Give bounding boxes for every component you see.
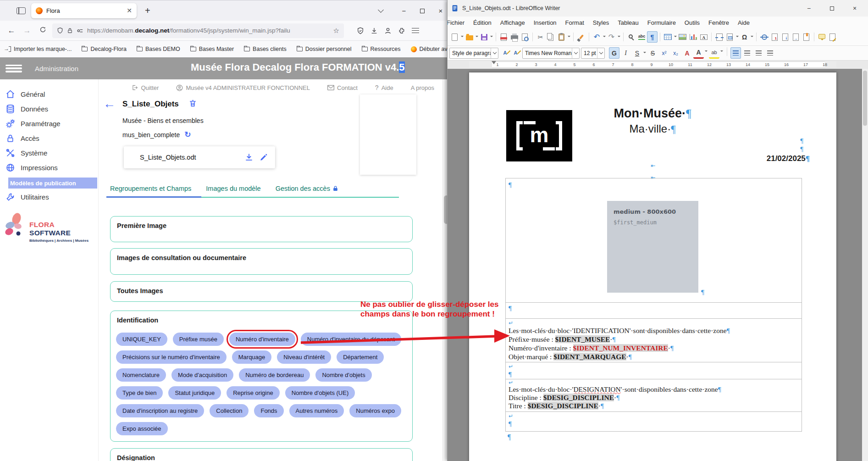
field-chip[interactable]: Numéro d'inventaire du déposant <box>301 333 401 346</box>
menu-item[interactable]: Affichage <box>500 19 525 26</box>
template-keyword[interactable]: $IDENT_MARQUAGE <box>553 353 626 361</box>
url-bar[interactable]: https://demobam.decalog.net/formationv45… <box>52 23 344 38</box>
tab-close-icon[interactable]: ✕ <box>127 7 132 14</box>
back-button[interactable]: ← <box>103 98 116 110</box>
sidebar-item-systeme[interactable]: Système <box>6 148 47 158</box>
menu-item[interactable]: Outils <box>685 19 700 26</box>
sidebar-item-parametrage[interactable]: Paramétrage <box>6 119 61 128</box>
update-style-button[interactable] <box>500 47 510 59</box>
spelling-button[interactable] <box>636 31 647 43</box>
bookmark-dossier-personnel[interactable]: Dossier personnel <box>297 46 352 52</box>
insert-chart-button[interactable] <box>688 31 698 43</box>
separator[interactable] <box>660 33 660 41</box>
sidebar-item-general[interactable]: Général <box>6 89 45 99</box>
writer-minimize-button[interactable]: − <box>799 5 818 12</box>
table-row-identification[interactable]: ↵ Les·mot-clés·du·bloc·'IDENTIFICATION'·… <box>506 319 802 362</box>
field-chip[interactable]: Département <box>337 350 384 364</box>
group-premiere-image[interactable]: Première Image <box>110 216 413 242</box>
hamburger-menu-icon[interactable] <box>6 65 22 72</box>
align-left-button[interactable] <box>730 47 741 59</box>
bookmark-ressources[interactable]: Ressources <box>362 46 401 52</box>
field-chip[interactable]: Expo associée <box>116 422 168 435</box>
separator[interactable] <box>589 33 589 41</box>
export-pdf-button[interactable] <box>498 31 509 43</box>
aide-link[interactable]: ?Aide <box>375 84 393 91</box>
field-chip[interactable]: Fonds <box>254 404 283 417</box>
browser-maximize-button[interactable] <box>413 7 431 15</box>
bookmark-button[interactable] <box>801 31 812 43</box>
template-keyword[interactable]: $IDENT_MUSEE <box>555 335 610 343</box>
open-button[interactable] <box>464 31 475 43</box>
cross-reference-button[interactable] <box>791 31 801 43</box>
account-icon[interactable] <box>384 27 392 34</box>
copy-button[interactable] <box>546 31 556 43</box>
field-chip[interactable]: Reprise origine <box>227 386 279 400</box>
field-chip[interactable]: Collection <box>210 404 249 417</box>
tab-regroupements-et-champs[interactable]: Regroupements et Champs <box>110 185 191 192</box>
reload-icon[interactable] <box>35 26 50 35</box>
list-tabs-chevron-icon[interactable] <box>378 7 384 13</box>
group-toutes-images[interactable]: Toutes Images <box>110 281 413 302</box>
group-designation[interactable]: Désignation <box>110 448 413 461</box>
document-page[interactable]: m Mon·Musée·¶ Ma·ville·¶ ¶¶ 21/02/2025¶ … <box>469 72 836 461</box>
insert-image-button[interactable] <box>677 31 688 43</box>
tab-gestion-des-acces[interactable]: Gestion des accès <box>276 185 338 192</box>
font-size-combo[interactable]: 12 pt <box>581 48 605 59</box>
image-placeholder[interactable]: medium - 800x600 $first_medium <box>607 201 698 293</box>
special-character-button[interactable] <box>739 31 750 43</box>
align-center-button[interactable] <box>742 47 752 59</box>
cut-button[interactable] <box>535 31 546 43</box>
separator[interactable] <box>532 33 533 41</box>
separator[interactable] <box>727 47 727 56</box>
edit-pencil-icon[interactable] <box>259 153 268 162</box>
new-style-button[interactable] <box>510 47 521 59</box>
quitter-link[interactable]: Quitter <box>132 84 159 91</box>
template-keyword[interactable]: $DESIG_DISCIPLINE <box>528 402 598 410</box>
field-chip[interactable]: Autres numéros <box>289 404 344 417</box>
field-chip[interactable]: Niveau d'intérêt <box>277 350 331 364</box>
protections-icon[interactable] <box>357 27 364 34</box>
redo-button[interactable] <box>606 31 617 43</box>
superscript-button[interactable] <box>659 47 669 59</box>
delete-icon[interactable] <box>188 99 197 110</box>
separator[interactable] <box>711 33 712 41</box>
paragraph-style-combo[interactable]: Style de paragraphe par déf <box>449 48 498 59</box>
shield-icon[interactable] <box>57 27 63 34</box>
field-chip[interactable]: Marquage <box>232 350 272 364</box>
new-document-button[interactable] <box>449 31 460 43</box>
browser-tab[interactable]: Flora ✕ <box>31 3 137 18</box>
table-row-spacer[interactable]: ↵¶ <box>506 362 802 379</box>
separator[interactable] <box>573 33 574 41</box>
sidebar-item-acces[interactable]: Accès <box>6 133 39 143</box>
writer-maximize-button[interactable] <box>822 5 841 12</box>
field-chip[interactable]: Nombre d'objets (UE) <box>285 386 355 400</box>
table-row-designation[interactable]: ↵ Les·mot-clés·du·bloc·'DESIGNATION'·son… <box>506 379 802 412</box>
insert-table-button[interactable] <box>663 31 673 43</box>
template-keyword[interactable]: $DESIG_DISCIPLINE <box>543 394 614 401</box>
bookmark-decalog-flora[interactable]: Decalog-Flora <box>82 46 127 52</box>
italic-button[interactable] <box>620 47 631 59</box>
extensions-icon[interactable] <box>398 27 405 34</box>
permissions-icon[interactable] <box>77 28 83 33</box>
separator[interactable] <box>623 33 624 41</box>
subscript-button[interactable] <box>670 47 681 59</box>
table-row-spacer[interactable]: ¶ <box>506 303 802 319</box>
template-keyword[interactable]: $IDENT_NUM_INVENTAIRE <box>573 344 668 352</box>
downloads-icon[interactable] <box>370 27 378 34</box>
field-chip[interactable]: Numéro de bordereau <box>239 368 310 382</box>
menu-item[interactable]: Insertion <box>534 19 557 26</box>
comment-button[interactable] <box>817 31 827 43</box>
paste-button[interactable] <box>556 31 567 43</box>
new-tab-button[interactable]: + <box>145 6 150 16</box>
user-account-link[interactable]: Musée v4 ADMINISTRATEUR FONCTIONNEL <box>176 84 310 91</box>
field-chip[interactable]: Nombre d'objets <box>315 368 371 382</box>
download-icon[interactable] <box>244 153 254 162</box>
writer-scrollbar[interactable] <box>862 69 868 461</box>
field-chip[interactable]: Mode d'acquisition <box>171 368 233 382</box>
refresh-icon[interactable]: ↻ <box>184 130 191 139</box>
field-chip[interactable]: UNIQUE_KEY <box>116 333 167 346</box>
app-menu-icon[interactable] <box>412 28 419 33</box>
template-file-card[interactable]: S_Liste_Objets.odt <box>124 146 275 168</box>
separator[interactable] <box>496 33 496 41</box>
insert-textbox-button[interactable] <box>698 31 709 43</box>
